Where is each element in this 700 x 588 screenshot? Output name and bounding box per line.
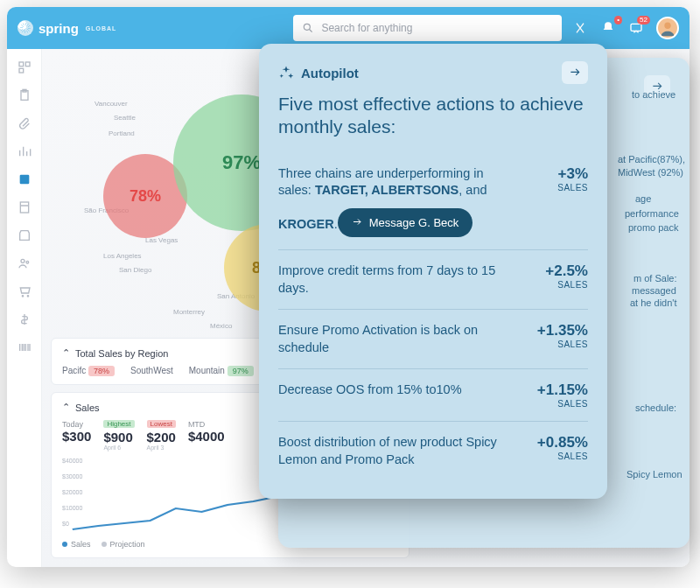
action-text: Improve credit terms from 7 days to 15 d…: [278, 262, 513, 297]
chevron-up-icon[interactable]: ⌃: [62, 347, 70, 359]
action-impact: +2.5%SALES: [525, 262, 588, 290]
action-item: Boost distribution of new product Spicy …: [278, 421, 588, 480]
back-panel-text: messaged: [632, 285, 676, 296]
back-panel-text: m of Sale:: [634, 273, 677, 284]
notification-icon[interactable]: •: [600, 20, 616, 36]
svg-point-0: [304, 24, 311, 30]
search-box[interactable]: [293, 15, 562, 41]
y-axis-label: $40000: [62, 458, 82, 464]
legend-sales: Sales: [71, 540, 91, 549]
svg-point-15: [27, 296, 28, 297]
sparkle-icon: [278, 65, 294, 80]
chart-icon[interactable]: [17, 144, 32, 159]
sidebar: [7, 49, 42, 567]
svg-line-1: [310, 30, 312, 32]
store-icon[interactable]: [17, 228, 32, 243]
topbar-right: • 52: [572, 17, 679, 39]
action-text: Boost distribution of new product Spicy …: [278, 434, 513, 468]
action-impact: +3%SALES: [525, 165, 588, 192]
map-city-label: México: [210, 322, 232, 330]
avatar[interactable]: [656, 17, 679, 39]
clipboard-icon[interactable]: [17, 88, 32, 103]
action-impact: +0.85%SALES: [525, 434, 588, 461]
calc-icon[interactable]: [17, 200, 32, 215]
map-city-label: Vancouver: [94, 100, 128, 108]
sales-metric: MTD$4000: [188, 420, 225, 451]
users-icon[interactable]: [17, 256, 32, 271]
svg-rect-2: [631, 24, 641, 31]
y-axis-label: $10000: [62, 505, 82, 511]
region-pill: 78%: [88, 366, 115, 376]
y-axis-label: $0: [62, 521, 69, 527]
svg-rect-5: [25, 62, 30, 66]
region-name: Mountain: [189, 366, 225, 375]
logo-text: spring: [38, 21, 79, 36]
dollar-icon[interactable]: [17, 312, 32, 327]
svg-rect-4: [19, 62, 24, 66]
back-panel-text: at he didn't: [630, 298, 676, 308]
region-name: Pacifc: [62, 366, 86, 375]
y-axis-label: $20000: [62, 489, 82, 495]
action-item: Decrease OOS from 15% to10%+1.15%SALES: [278, 368, 588, 421]
search-icon: [302, 22, 314, 34]
action-item: Improve credit terms from 7 days to 15 d…: [278, 249, 588, 309]
action-impact: +1.15%SALES: [525, 382, 588, 409]
chat-icon[interactable]: 52: [628, 20, 644, 36]
logo-icon: [18, 20, 33, 36]
map-city-label: Portland: [108, 130, 135, 137]
back-panel-text: Spicy Lemon: [626, 469, 682, 480]
back-panel-text: performance: [625, 208, 679, 219]
back-panel-text: promo pack: [628, 222, 678, 233]
chevron-up-icon[interactable]: ⌃: [62, 402, 70, 413]
action-text: Ensure Promo Activation is back on sched…: [278, 322, 513, 356]
book-icon[interactable]: [17, 172, 32, 187]
back-panel-text: at Pacific(87%),: [618, 154, 685, 164]
svg-rect-10: [20, 202, 28, 213]
logo: spring GLOBAL: [18, 20, 116, 36]
svg-point-13: [26, 261, 29, 263]
message-button[interactable]: Message G. Beck: [338, 208, 473, 238]
legend-projection: Projection: [110, 540, 145, 549]
tools-icon[interactable]: [572, 20, 588, 36]
dashboard-icon[interactable]: [17, 60, 32, 75]
y-axis-label: $30000: [62, 473, 82, 480]
search-input[interactable]: [321, 22, 553, 34]
svg-point-3: [664, 23, 670, 29]
back-panel-text: MidWest (92%): [618, 167, 683, 178]
chat-badge: 52: [637, 16, 650, 24]
map-city-label: Seattle: [114, 114, 136, 122]
map-city-label: San Diego: [119, 266, 151, 274]
autopilot-headline: Five most effective actions to achieve m…: [278, 93, 588, 139]
region-name: SouthWest: [130, 366, 173, 375]
region-title: Total Sales by Region: [75, 348, 168, 359]
region-pill: 97%: [228, 366, 254, 376]
logo-sub: GLOBAL: [86, 25, 117, 32]
sales-metric: Lowest$200April 3: [147, 420, 176, 451]
share-button[interactable]: [562, 61, 588, 84]
sales-title: Sales: [75, 402, 100, 413]
action-text: Three chains are underperforming in sale…: [278, 165, 513, 238]
map-city-label: Los Angeles: [103, 252, 142, 260]
svg-rect-9: [19, 175, 29, 185]
barcode-icon[interactable]: [17, 340, 32, 355]
action-item: Three chains are underperforming in sale…: [278, 153, 588, 250]
topbar: spring GLOBAL • 52: [7, 7, 690, 49]
back-panel-text: schedule:: [635, 402, 676, 413]
autopilot-panel: Autopilot Five most effective actions to…: [259, 44, 607, 499]
notif-badge: •: [614, 16, 622, 24]
svg-point-12: [21, 259, 24, 262]
sales-metric: Highest$900April 6: [103, 420, 134, 451]
autopilot-title: Autopilot: [278, 65, 359, 80]
cart-icon[interactable]: [17, 284, 32, 299]
sales-metric: Today$300: [62, 420, 91, 451]
svg-rect-6: [19, 68, 24, 73]
map-city-label: Monterrey: [173, 308, 205, 316]
action-item: Ensure Promo Activation is back on sched…: [278, 309, 588, 368]
action-text: Decrease OOS from 15% to10%: [278, 382, 513, 399]
back-panel-text: age: [635, 193, 651, 204]
svg-point-14: [22, 296, 23, 297]
action-impact: +1.35%SALES: [525, 322, 588, 349]
attach-icon[interactable]: [17, 116, 32, 131]
back-panel-text: to achieve: [632, 89, 676, 100]
